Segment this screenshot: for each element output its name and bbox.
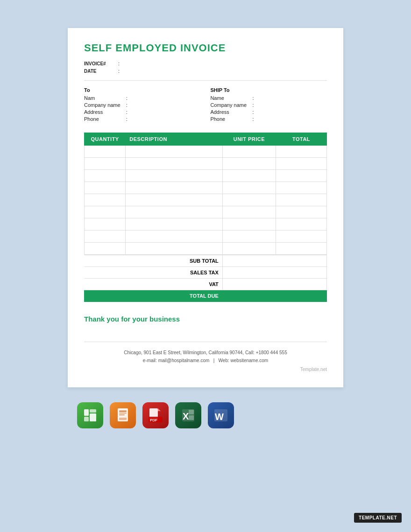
cell-2-0 [85, 170, 126, 182]
svg-rect-5 [119, 411, 127, 412]
cell-8-2 [222, 243, 276, 255]
vat-label: VAT [85, 279, 223, 290]
cell-6-0 [85, 218, 126, 231]
vat-row: VAT [85, 279, 327, 290]
cell-6-1 [126, 218, 223, 231]
word-app-icon[interactable]: W [208, 402, 234, 428]
pdf-app-icon[interactable]: PDF [142, 402, 169, 428]
cell-2-2 [222, 170, 276, 182]
cell-6-3 [276, 218, 326, 231]
svg-rect-7 [119, 414, 125, 415]
billing-section: To Nam : Company name : Address : Phone … [84, 87, 327, 123]
cell-3-3 [276, 182, 326, 194]
invoice-title: SELF EMPLOYED INVOICE [84, 42, 327, 54]
template-badge: TEMPLATE.NET [354, 513, 402, 523]
cell-1-0 [85, 158, 126, 170]
ship-to-block: SHIP To Name : Company name : Address : … [210, 87, 327, 123]
invoice-number-label: INVOICE# [84, 61, 117, 66]
table-row [85, 194, 327, 206]
col-header-total: TOTAL [276, 133, 326, 146]
cell-7-3 [276, 231, 326, 243]
cell-6-2 [222, 218, 276, 231]
cell-2-3 [276, 170, 326, 182]
footer-contact: e-mail: mail@hospitalname.com | Web: web… [84, 357, 327, 364]
sales-tax-row: SALES TAX [85, 267, 327, 279]
svg-rect-1 [84, 417, 89, 421]
bill-to-title: To [84, 87, 201, 93]
cell-0-3 [276, 146, 326, 158]
col-header-unit-price: UNIT PRICE [222, 133, 276, 146]
cell-8-1 [126, 243, 223, 255]
thank-you-message: Thank you for your business [84, 315, 327, 323]
bill-to-company-label: Company name [84, 102, 126, 108]
subtotal-value [222, 255, 326, 267]
table-row [85, 218, 327, 231]
cell-7-0 [85, 231, 126, 243]
table-row [85, 182, 327, 194]
table-row [85, 146, 327, 158]
cell-3-2 [222, 182, 276, 194]
footer-web-value: websitename.com [231, 358, 269, 363]
cell-1-3 [276, 158, 326, 170]
ship-to-address-label: Address [210, 109, 252, 115]
invoice-date-label: DATE [84, 69, 117, 74]
bill-to-phone-label: Phone [84, 116, 126, 122]
cell-3-1 [126, 182, 223, 194]
svg-rect-2 [90, 409, 96, 413]
cell-5-3 [276, 206, 326, 218]
cell-0-0 [85, 146, 126, 158]
invoice-number-row: INVOICE# : [84, 61, 327, 66]
svg-rect-3 [90, 413, 96, 421]
ship-to-company-row: Company name : [210, 102, 327, 108]
col-header-description: DESCRIPTION [126, 133, 223, 146]
cell-4-0 [85, 194, 126, 206]
cell-7-2 [222, 231, 276, 243]
cell-1-1 [126, 158, 223, 170]
sales-tax-label: SALES TAX [85, 267, 223, 279]
bill-to-company-row: Company name : [84, 102, 201, 108]
footer-web-label: Web: [219, 358, 229, 363]
cell-4-2 [222, 194, 276, 206]
cell-0-2 [222, 146, 276, 158]
svg-rect-8 [119, 418, 127, 420]
subtotal-label: SUB TOTAL [85, 255, 223, 267]
table-row [85, 158, 327, 170]
cell-0-1 [126, 146, 223, 158]
cell-5-2 [222, 206, 276, 218]
invoice-document: SELF EMPLOYED INVOICE INVOICE# : DATE : … [68, 28, 343, 387]
svg-marker-10 [158, 408, 161, 411]
cell-4-1 [126, 194, 223, 206]
vat-value [222, 279, 326, 290]
cell-2-1 [126, 170, 223, 182]
subtotal-row: SUB TOTAL [85, 255, 327, 267]
footer-address: Chicago, 901 East E Street, Wilmington, … [84, 349, 327, 357]
invoice-table: QUANTITY DESCRIPTION UNIT PRICE TOTAL [84, 133, 327, 255]
ship-to-phone-row: Phone : [210, 116, 327, 122]
invoice-date-row: DATE : [84, 68, 327, 74]
svg-rect-0 [84, 409, 89, 416]
cell-4-3 [276, 194, 326, 206]
invoice-footer: Chicago, 901 East E Street, Wilmington, … [84, 342, 327, 373]
pages-app-icon[interactable] [110, 402, 136, 428]
sales-tax-value [222, 267, 326, 279]
col-header-quantity: QUANTITY [85, 133, 126, 146]
table-row [85, 243, 327, 255]
table-row [85, 206, 327, 218]
app-icons-row: PDF X W [68, 402, 343, 428]
ship-to-company-label: Company name [210, 102, 252, 108]
table-row [85, 231, 327, 243]
cell-8-3 [276, 243, 326, 255]
cell-5-0 [85, 206, 126, 218]
ship-to-address-row: Address : [210, 109, 327, 115]
ship-to-phone-label: Phone [210, 116, 252, 122]
watermark-text: Template.net [84, 365, 327, 373]
numbers-app-icon[interactable] [77, 402, 103, 428]
svg-rect-6 [119, 413, 127, 413]
ship-to-name-row: Name : [210, 95, 327, 101]
svg-rect-16 [189, 415, 194, 420]
svg-rect-15 [189, 410, 194, 414]
excel-app-icon[interactable]: X [175, 402, 201, 428]
bill-to-name-label: Nam [84, 95, 126, 101]
bill-to-block: To Nam : Company name : Address : Phone … [84, 87, 201, 123]
footer-email-label: e-mail: [143, 358, 157, 363]
